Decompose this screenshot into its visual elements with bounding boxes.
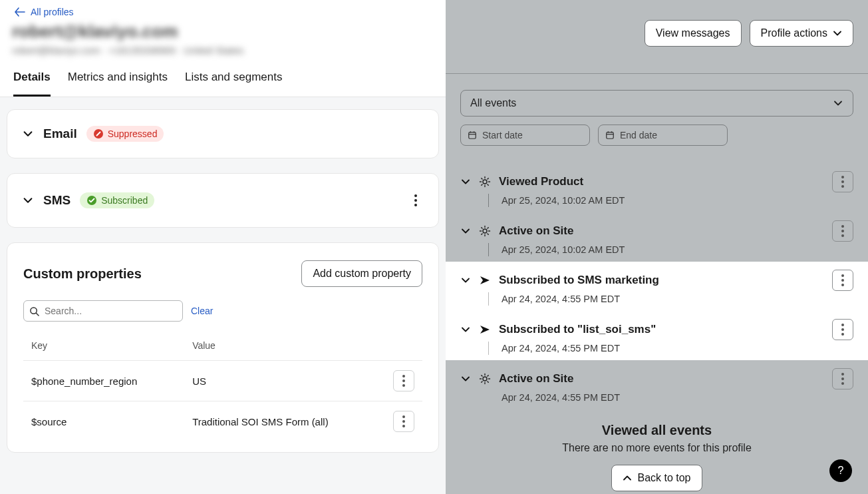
start-date-placeholder: Start date: [482, 130, 523, 140]
event-filter-label: All events: [470, 97, 516, 109]
back-link-label: All profiles: [31, 7, 74, 17]
properties-row: $source Traditional SOI SMS Form (all): [23, 401, 422, 442]
more-icon: [841, 324, 844, 336]
add-custom-property-button[interactable]: Add custom property: [301, 260, 422, 287]
email-badge-text: Suppressed: [108, 128, 158, 139]
svg-rect-9: [607, 132, 614, 139]
prop-row-menu[interactable]: [393, 370, 414, 391]
chevron-down-icon[interactable]: [460, 176, 471, 187]
event-title: Active on Site: [499, 372, 573, 385]
check-circle-icon: [86, 195, 97, 206]
properties-value-header: Value: [184, 335, 385, 361]
profile-actions-label: Profile actions: [761, 27, 828, 39]
event-menu-button[interactable]: [832, 319, 853, 340]
more-icon: [841, 176, 844, 188]
more-icon: [841, 373, 844, 385]
chevron-down-icon: [833, 29, 842, 38]
view-messages-button[interactable]: View messages: [645, 20, 742, 47]
event-item: Active on SiteApr 24, 2024, 4:55 PM EDT: [446, 360, 868, 409]
svg-line-4: [36, 313, 39, 316]
search-icon: [29, 306, 39, 316]
events-list: Viewed ProductApr 25, 2024, 10:02 AM EDT…: [446, 163, 868, 409]
tab-metrics[interactable]: Metrics and insights: [68, 64, 168, 97]
profile-tabs: Details Metrics and insights Lists and s…: [0, 64, 446, 97]
properties-table: Key Value $phone_number_region US $sourc…: [23, 335, 422, 441]
event-title: Subscribed to "list_soi_sms": [499, 323, 656, 336]
end-date-placeholder: End date: [620, 130, 657, 140]
event-timestamp: Apr 24, 2024, 4:55 PM EDT: [502, 294, 853, 304]
gear-icon: [479, 176, 491, 188]
gear-icon: [479, 225, 491, 237]
help-fab[interactable]: ?: [829, 459, 852, 482]
properties-row: $phone_number_region US: [23, 361, 422, 401]
suppressed-icon: [93, 128, 104, 139]
chevron-down-icon[interactable]: [22, 128, 34, 140]
tab-details[interactable]: Details: [13, 64, 51, 97]
viewed-all-title: Viewed all events: [446, 423, 868, 438]
sms-title: SMS: [43, 193, 71, 208]
more-icon: [841, 225, 844, 237]
profile-subline: robert@klaviyo.com · +18135338969 · Unit…: [12, 45, 431, 56]
calendar-icon: [605, 130, 615, 140]
chevron-down-icon[interactable]: [460, 226, 471, 236]
event-title: Active on Site: [499, 224, 573, 238]
svg-point-15: [483, 377, 487, 381]
chevron-up-icon: [623, 473, 632, 483]
end-date-input[interactable]: End date: [598, 124, 728, 146]
viewed-all-sub: There are no more events for this profil…: [446, 442, 868, 454]
back-to-top-label: Back to top: [637, 472, 690, 484]
prop-key: $source: [23, 401, 184, 442]
properties-search-input[interactable]: [43, 305, 177, 317]
chevron-down-icon[interactable]: [22, 194, 34, 206]
email-title: Email: [43, 126, 77, 141]
profile-header: robert@klaviyo.com robert@klaviyo.com · …: [0, 21, 446, 57]
more-icon: [402, 375, 405, 387]
sms-more-button[interactable]: [408, 190, 424, 211]
svg-point-14: [483, 229, 487, 233]
event-menu-button[interactable]: [832, 171, 853, 192]
start-date-input[interactable]: Start date: [460, 124, 590, 146]
event-timestamp: Apr 25, 2024, 10:02 AM EDT: [502, 244, 853, 255]
sms-channel-card: SMS Subscribed: [7, 173, 439, 228]
chevron-down-icon[interactable]: [460, 324, 471, 335]
event-menu-button[interactable]: [832, 368, 853, 389]
prop-row-menu[interactable]: [393, 411, 414, 432]
right-actions: View messages Profile actions: [446, 0, 868, 73]
properties-clear[interactable]: Clear: [191, 306, 213, 316]
profile-email: robert@klaviyo.com: [12, 21, 431, 42]
event-timestamp: Apr 25, 2024, 10:02 AM EDT: [502, 195, 853, 206]
properties-key-header: Key: [23, 335, 184, 361]
event-item: Subscribed to SMS marketingApr 24, 2024,…: [446, 262, 868, 311]
sms-badge-text: Subscribed: [101, 195, 148, 206]
more-icon: [841, 274, 844, 286]
svg-rect-5: [469, 132, 476, 139]
arrow-left-icon: [15, 7, 25, 17]
back-to-top-button[interactable]: Back to top: [611, 465, 702, 491]
event-timestamp: Apr 24, 2024, 4:55 PM EDT: [502, 343, 853, 354]
klaviyo-icon: [479, 274, 491, 286]
chevron-down-icon: [833, 98, 843, 109]
back-all-profiles[interactable]: All profiles: [0, 0, 446, 21]
gear-icon: [479, 373, 491, 385]
event-menu-button[interactable]: [832, 220, 853, 242]
event-item: Subscribed to "list_soi_sms"Apr 24, 2024…: [446, 311, 868, 360]
event-menu-button[interactable]: [832, 270, 853, 291]
event-filter-select[interactable]: All events: [460, 90, 853, 117]
chevron-down-icon[interactable]: [460, 275, 471, 286]
profile-actions-button[interactable]: Profile actions: [750, 20, 854, 47]
calendar-icon: [468, 130, 477, 140]
properties-search[interactable]: [23, 300, 183, 322]
event-item: Active on SiteApr 25, 2024, 10:02 AM EDT: [446, 212, 868, 262]
svg-point-13: [483, 180, 487, 184]
email-suppressed-badge: Suppressed: [86, 126, 164, 142]
more-icon: [402, 415, 405, 427]
event-timestamp: Apr 24, 2024, 4:55 PM EDT: [502, 392, 853, 403]
event-title: Subscribed to SMS marketing: [499, 274, 659, 287]
chevron-down-icon[interactable]: [460, 373, 471, 384]
email-channel-card: Email Suppressed: [7, 109, 439, 158]
prop-value: Traditional SOI SMS Form (all): [184, 401, 385, 442]
left-body: Email Suppressed SMS Subscribed: [0, 97, 446, 494]
tab-lists[interactable]: Lists and segments: [185, 64, 282, 97]
prop-value: US: [184, 361, 385, 401]
more-icon: [414, 194, 417, 206]
